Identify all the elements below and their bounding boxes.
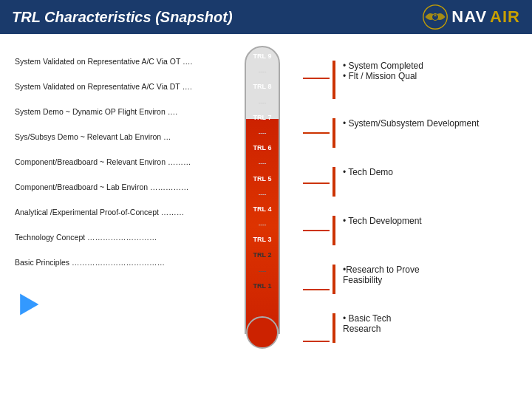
trl-marker-sep-7: ----	[259, 130, 267, 136]
main-content: System Validated on Representative A/C V…	[0, 34, 532, 399]
trl-label-8: System Validated on Representative A/C V…	[15, 74, 222, 99]
connector-lines	[303, 46, 330, 387]
thermometer-column: TRL 9 ---- TRL 8 ---- TRL 7 ---- TRL 6 -…	[229, 46, 296, 387]
desc-research-line1: •Research to Prove	[343, 265, 420, 275]
trl-marker-sep-5: ----	[259, 191, 267, 197]
left-labels-column: System Validated on Representative A/C V…	[15, 46, 222, 387]
desc-system-completed: • System Completed • Flt / Mission Qual	[332, 61, 517, 99]
trl-label-7: System Demo ~ Dynamic OP Flight Environ …	[15, 99, 222, 124]
trl-marker-sep-2: ----	[259, 268, 267, 274]
thermometer: TRL 9 ---- TRL 8 ---- TRL 7 ---- TRL 6 -…	[236, 46, 289, 364]
trl-label-5: Component/Breadboard ~ Relevant Environ …	[15, 149, 222, 174]
trl-label-9: System Validated on Representative A/C V…	[15, 49, 222, 74]
app-container: TRL Characteristics (Snapshot) NAV AIR S…	[0, 0, 532, 399]
trl-marker-4: TRL 4	[253, 206, 272, 213]
header: TRL Characteristics (Snapshot) NAV AIR	[0, 0, 532, 34]
trl-label-1: Basic Principles ………………………………	[15, 250, 222, 275]
trl-marker-8: TRL 8	[253, 83, 272, 90]
trl-label-6: Sys/Subsys Demo ~ Relevant Lab Environ …	[15, 124, 222, 149]
trl-marker-7: TRL 7	[253, 115, 272, 121]
connectors-svg	[303, 46, 330, 364]
trl-marker-3: TRL 3	[253, 236, 272, 243]
trl-marker-sep-9: ----	[259, 69, 267, 75]
trl-marker-sep-8: ----	[259, 100, 267, 106]
desc-basic-tech-line1: • Basic Tech	[343, 313, 391, 324]
play-button[interactable]	[15, 291, 41, 318]
desc-tech-demo: • Tech Demo	[332, 167, 517, 197]
desc-system-completed-line1: • System Completed	[343, 61, 423, 71]
desc-research: •Research to Prove Feasibility	[332, 265, 517, 294]
desc-tech-dev: • Tech Development	[332, 216, 517, 245]
descriptions-column: • System Completed • Flt / Mission Qual …	[332, 46, 517, 387]
page-title: TRL Characteristics (Snapshot)	[12, 9, 233, 26]
desc-subsystem-dev: • System/Subsystem Development	[332, 118, 517, 148]
desc-basic-tech-line2: Research	[343, 324, 391, 334]
trl-marker-2: TRL 2	[253, 252, 272, 259]
thermometer-bulb	[246, 316, 279, 349]
desc-basic-tech: • Basic Tech Research	[332, 313, 517, 343]
desc-flt-mission-qual: • Flt / Mission Qual	[343, 71, 423, 81]
right-section: • System Completed • Flt / Mission Qual …	[303, 46, 517, 387]
desc-subsystem-dev-text: • System/Subsystem Development	[343, 118, 479, 129]
trl-label-3: Analytical /Experimental Proof-of-Concep…	[15, 200, 222, 225]
trl-marker-6: TRL 6	[253, 145, 272, 151]
desc-tech-demo-text: • Tech Demo	[343, 167, 393, 177]
navair-emblem-icon	[422, 4, 449, 30]
trl-markers: TRL 9 ---- TRL 8 ---- TRL 7 ---- TRL 6 -…	[246, 47, 279, 296]
trl-label-2: Technology Concept ………………………	[15, 225, 222, 250]
trl-marker-sep-4: ----	[259, 222, 267, 228]
trl-marker-sep-6: ----	[259, 160, 267, 166]
trl-marker-9: TRL 9	[253, 53, 272, 60]
thermometer-tube: TRL 9 ---- TRL 8 ---- TRL 7 ---- TRL 6 -…	[245, 46, 280, 334]
trl-marker-1: TRL 1	[253, 283, 272, 290]
navair-logo: NAV AIR	[422, 4, 520, 30]
air-text: AIR	[490, 7, 520, 27]
trl-label-4: Component/Breadboard ~ Lab Environ ……………	[15, 174, 222, 200]
desc-research-line2: Feasibility	[343, 275, 420, 285]
desc-tech-dev-text: • Tech Development	[343, 216, 422, 226]
nav-text: NAV	[451, 7, 487, 27]
trl-marker-5: TRL 5	[253, 176, 272, 183]
